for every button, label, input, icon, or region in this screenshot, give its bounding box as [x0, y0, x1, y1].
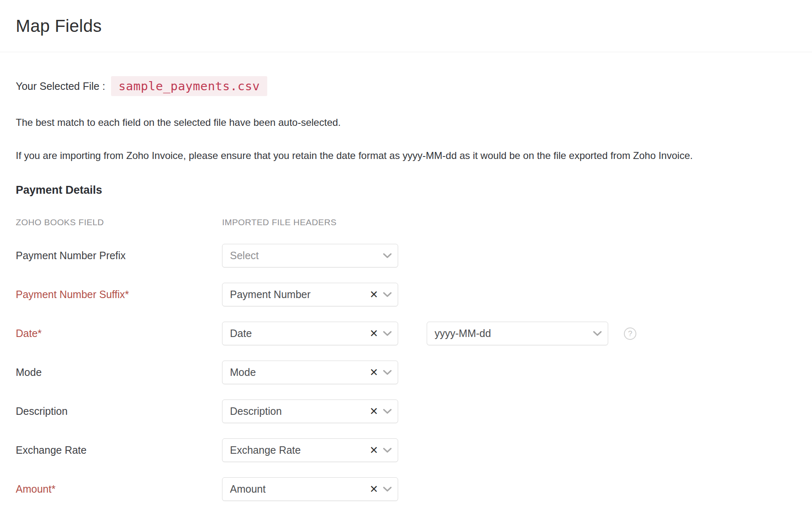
field-label: Description — [16, 405, 222, 417]
field-mapping-row: ModeMode✕ — [16, 361, 796, 384]
clear-icon[interactable]: ✕ — [370, 445, 378, 455]
imported-header-select[interactable]: Exchange Rate✕ — [222, 438, 398, 462]
field-label: Date* — [16, 327, 222, 339]
selected-header-value: Payment Number — [230, 289, 370, 301]
field-mapping-row: DescriptionDescription✕ — [16, 399, 796, 423]
imported-header-select[interactable]: Select — [222, 244, 398, 267]
column-header-file-headers: IMPORTED FILE HEADERS — [222, 217, 336, 227]
field-label: Exchange Rate — [16, 444, 222, 456]
selected-header-value: Exchange Rate — [230, 444, 370, 456]
chevron-down-icon[interactable] — [383, 292, 392, 297]
selected-file-row: Your Selected File : sample_payments.csv — [16, 76, 796, 96]
selected-header-value: Amount — [230, 483, 370, 495]
chevron-down-icon[interactable] — [383, 409, 392, 414]
clear-icon[interactable]: ✕ — [370, 406, 378, 416]
field-mapping-row: Exchange RateExchange Rate✕ — [16, 438, 796, 462]
mapping-rows: Payment Number PrefixSelectPayment Numbe… — [16, 244, 796, 501]
clear-icon[interactable]: ✕ — [370, 289, 378, 300]
clear-icon[interactable]: ✕ — [370, 328, 378, 339]
selected-header-value: Mode — [230, 366, 370, 378]
selected-header-value: Description — [230, 405, 370, 417]
field-mapping-row: Date*Date✕yyyy-MM-dd? — [16, 322, 796, 345]
field-mapping-row: Amount*Amount✕ — [16, 477, 796, 501]
imported-header-select[interactable]: Mode✕ — [222, 361, 398, 384]
section-title: Payment Details — [16, 184, 796, 197]
field-mapping-row: Payment Number Suffix*Payment Number✕ — [16, 283, 796, 306]
field-label: Mode — [16, 366, 222, 378]
imported-header-select[interactable]: Date✕ — [222, 322, 398, 345]
map-fields-content: Your Selected File : sample_payments.csv… — [0, 76, 812, 501]
auto-select-note: The best match to each field on the sele… — [16, 117, 796, 128]
chevron-down-icon[interactable] — [383, 448, 392, 453]
column-headers: ZOHO BOOKS FIELD IMPORTED FILE HEADERS — [16, 217, 796, 227]
selected-file-label: Your Selected File : — [16, 80, 105, 92]
chevron-down-icon[interactable] — [383, 331, 392, 336]
imported-header-select[interactable]: Payment Number✕ — [222, 283, 398, 306]
selected-file-name: sample_payments.csv — [111, 76, 267, 96]
field-label: Payment Number Suffix* — [16, 289, 222, 301]
chevron-down-icon[interactable] — [383, 370, 392, 375]
field-label: Amount* — [16, 483, 222, 495]
chevron-down-icon[interactable] — [383, 486, 392, 492]
column-header-zoho-field: ZOHO BOOKS FIELD — [16, 217, 222, 227]
field-label: Payment Number Prefix — [16, 250, 222, 262]
clear-icon[interactable]: ✕ — [370, 367, 378, 378]
date-format-note: If you are importing from Zoho Invoice, … — [16, 150, 796, 161]
selected-header-value: Select — [230, 250, 383, 262]
help-icon[interactable]: ? — [624, 327, 636, 340]
chevron-down-icon[interactable] — [383, 253, 392, 258]
date-format-value: yyyy-MM-dd — [435, 327, 593, 339]
clear-icon[interactable]: ✕ — [370, 484, 378, 494]
chevron-down-icon[interactable] — [593, 331, 602, 336]
selected-header-value: Date — [230, 327, 370, 339]
date-format-select[interactable]: yyyy-MM-dd — [427, 322, 608, 345]
imported-header-select[interactable]: Amount✕ — [222, 477, 398, 501]
page-title: Map Fields — [16, 16, 102, 36]
field-mapping-row: Payment Number PrefixSelect — [16, 244, 796, 267]
imported-header-select[interactable]: Description✕ — [222, 399, 398, 423]
page-header: Map Fields — [0, 0, 812, 52]
